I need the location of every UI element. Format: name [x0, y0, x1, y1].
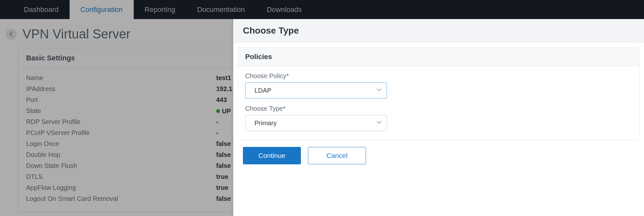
page-title: VPN Virtual Server: [23, 27, 130, 41]
cancel-button[interactable]: Cancel: [308, 147, 366, 164]
choose-type-value: Primary: [255, 119, 277, 127]
kv-value-text: test1: [216, 74, 231, 82]
kv-value-text: false: [216, 140, 231, 148]
kv-label: Double Hop: [26, 151, 216, 159]
kv-value: false: [216, 195, 231, 202]
kv-label: State: [26, 107, 216, 115]
nav-configuration[interactable]: Configuration: [70, 0, 134, 19]
kv-value-text: false: [216, 162, 231, 170]
chevron-down-icon: [376, 87, 382, 94]
kv-value-text: false: [216, 151, 231, 159]
kv-value-text: 443: [216, 96, 227, 104]
kv-value: UP: [216, 108, 231, 115]
kv-value-text: 192.1: [216, 85, 232, 93]
kv-value: true: [216, 173, 228, 180]
panel-actions: Continue Cancel: [233, 140, 644, 164]
panel-title: Choose Type: [233, 19, 644, 43]
kv-label: AppFlow Logging: [26, 184, 216, 191]
choose-type-select[interactable]: Primary: [245, 115, 387, 131]
policies-header: Policies: [238, 47, 639, 67]
kv-label: Down State Flush: [26, 162, 216, 170]
kv-value-text: -: [216, 118, 218, 126]
kv-value: test1: [216, 74, 231, 82]
kv-label: Name: [26, 74, 216, 82]
chevron-down-icon: [376, 119, 382, 127]
continue-button[interactable]: Continue: [243, 147, 301, 164]
kv-value-text: UP: [222, 108, 231, 115]
kv-value: 443: [216, 96, 227, 104]
kv-label: DTLS: [26, 173, 216, 180]
status-dot-icon: [216, 109, 220, 113]
policies-box: Policies Choose Policy* LDAP Choose Type…: [238, 47, 639, 140]
kv-label: PCoIP VServer Profile: [26, 129, 216, 137]
choose-policy-label: Choose Policy*: [245, 72, 632, 80]
kv-value: false: [216, 140, 231, 148]
kv-value: true: [216, 184, 228, 191]
kv-value-text: true: [216, 184, 228, 191]
kv-value: -: [216, 129, 218, 137]
policies-body: Choose Policy* LDAP Choose Type* Primary: [238, 67, 639, 139]
choose-type-panel: Choose Type Policies Choose Policy* LDAP…: [233, 19, 644, 216]
nav-reporting[interactable]: Reporting: [134, 0, 186, 19]
choose-policy-value: LDAP: [255, 87, 271, 94]
nav-dashboard[interactable]: Dashboard: [13, 0, 70, 19]
kv-value: -: [216, 118, 218, 126]
top-nav: Dashboard Configuration Reporting Docume…: [0, 0, 644, 19]
choose-policy-select[interactable]: LDAP: [245, 82, 387, 98]
kv-value-text: -: [216, 129, 218, 137]
kv-value: false: [216, 162, 231, 170]
kv-label: Port: [26, 96, 216, 104]
kv-value-text: true: [216, 173, 228, 180]
kv-label: Logout On Smart Card Removal: [26, 195, 216, 202]
nav-documentation[interactable]: Documentation: [186, 0, 256, 19]
nav-downloads[interactable]: Downloads: [256, 0, 313, 19]
back-button[interactable]: [6, 29, 17, 40]
kv-label: RDP Server Profile: [26, 118, 216, 126]
back-arrow-icon: [9, 31, 14, 37]
kv-label: IPAddress: [26, 85, 216, 93]
kv-value: 192.1: [216, 85, 232, 93]
kv-value-text: false: [216, 195, 231, 202]
kv-label: Login Once: [26, 140, 216, 148]
kv-value: false: [216, 151, 231, 159]
choose-type-label: Choose Type*: [245, 105, 632, 112]
